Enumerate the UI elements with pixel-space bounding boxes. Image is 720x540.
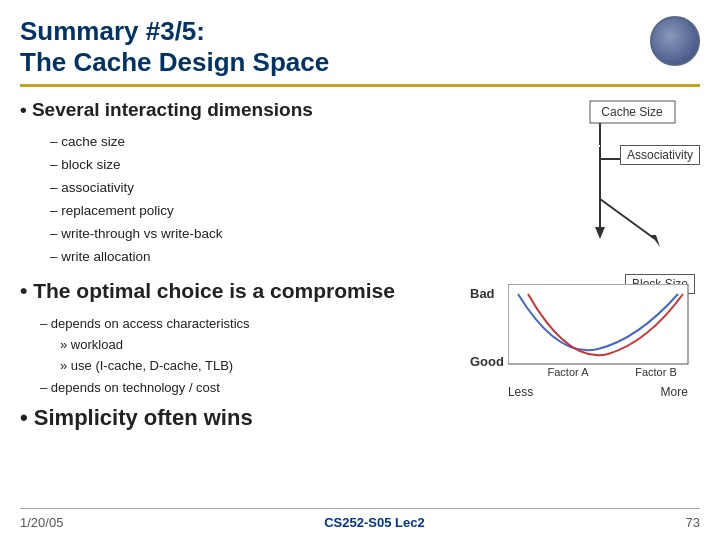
list-item-indent: use (I-cache, D-cache, TLB) [60,356,460,377]
list-item: block size [50,154,460,177]
svg-text:Factor B: Factor B [635,366,677,378]
bad-label: Bad [470,286,504,301]
less-label: Less [508,385,533,399]
bullet1-sublist: cache size block size associativity repl… [50,131,460,269]
slide-title: Summary #3/5: The Cache Design Space [20,16,329,78]
bullet2-sublist: depends on access characteristics worklo… [40,313,460,399]
list-item-indent: workload [60,335,460,356]
list-item: write-through vs write-back [50,223,460,246]
footer: 1/20/05 CS252-S05 Lec2 73 [20,508,700,530]
title-line1: Summary #3/5: [20,16,205,46]
bullet3-label: • Simplicity often wins [20,405,253,431]
list-item: replacement policy [50,200,460,223]
right-column: Cache Size Associativity [470,99,700,430]
svg-rect-6 [598,145,600,147]
logo-icon [650,16,700,66]
bullet1-heading: • Several interacting dimensions [20,99,313,121]
svg-text:Factor A: Factor A [547,366,589,378]
footer-course: CS252-S05 Lec2 [324,515,424,530]
footer-date: 1/20/05 [20,515,63,530]
left-column: • Several interacting dimensions cache s… [20,99,460,430]
list-item: depends on access characteristics [40,313,460,335]
bullet3-heading: • Simplicity often wins [20,405,460,431]
header: Summary #3/5: The Cache Design Space [20,16,700,87]
title-line2: The Cache Design Space [20,47,329,77]
list-item: write allocation [50,246,460,269]
svg-marker-3 [595,227,605,239]
list-item: depends on technology / cost [40,377,460,399]
chart-area: Bad Good Factor A [470,284,700,399]
svg-text:Cache Size: Cache Size [601,105,663,119]
performance-chart-svg: Factor A Factor B [508,284,693,379]
top-diagram: Cache Size Associativity [470,99,700,314]
associativity-label: Associativity [620,145,700,165]
good-label: Good [470,354,504,369]
svg-line-7 [600,199,655,239]
footer-page: 73 [686,515,700,530]
list-item: cache size [50,131,460,154]
list-item: associativity [50,177,460,200]
bullet2-label: • The optimal choice is a compromise [20,279,395,303]
more-label: More [661,385,688,399]
bullet2-heading: • The optimal choice is a compromise [20,279,395,303]
svg-rect-9 [508,284,688,364]
slide: Summary #3/5: The Cache Design Space • S… [0,0,720,540]
main-content: • Several interacting dimensions cache s… [20,99,700,430]
bullet1-label: • Several interacting dimensions [20,99,313,121]
